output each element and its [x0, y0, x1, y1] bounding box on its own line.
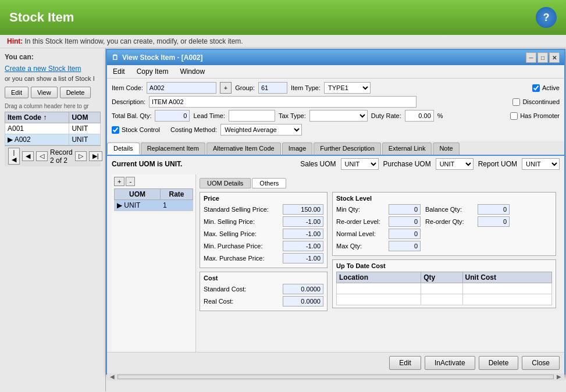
lead-time-input[interactable]	[229, 110, 275, 122]
menu-window[interactable]: Window	[177, 66, 207, 77]
tax-type-select[interactable]	[309, 110, 368, 122]
real-cost-input[interactable]	[283, 296, 323, 307]
standard-cost-input[interactable]	[283, 284, 323, 294]
record-text: Record 2 of 2	[50, 148, 73, 165]
sales-uom-select[interactable]: UNIT	[341, 158, 379, 170]
nav-first-button[interactable]: |◀	[8, 148, 20, 165]
min-qty-input[interactable]	[389, 204, 421, 215]
tab-alternative-item-code[interactable]: Alternative Item Code	[207, 142, 281, 155]
tab-note[interactable]: Note	[433, 142, 459, 155]
max-qty-label: Max Qty:	[336, 243, 389, 250]
stock-control-checkbox[interactable]	[112, 126, 119, 134]
uom-minus-button[interactable]: -	[126, 177, 135, 186]
nav-prev2-button[interactable]: ◁	[36, 151, 48, 161]
uom-row-arrow: ▶ UNIT	[115, 200, 161, 211]
standard-selling-input[interactable]	[283, 204, 323, 215]
uom-add-button[interactable]: +	[114, 177, 124, 186]
balance-qty-label: Balance Qty:	[425, 206, 478, 213]
help-button[interactable]: ?	[536, 7, 557, 28]
reorder-qty-label: Re-order Qty:	[425, 218, 478, 225]
duty-rate-pct: %	[437, 112, 443, 119]
discontinued-label: Discontinued	[522, 98, 560, 105]
cost-section: Cost Standard Cost: Real Cost:	[200, 272, 328, 311]
navigator-bar: |◀ ◀ ◁ Record 2 of 2 ▷ ▶|	[5, 145, 101, 166]
tab-image[interactable]: Image	[282, 142, 313, 155]
scroll-right-arrow[interactable]: ▶	[555, 373, 563, 380]
report-uom-select[interactable]: UNIT	[522, 158, 560, 170]
standard-cost-label: Standard Cost:	[204, 286, 246, 293]
horizontal-scrollbar[interactable]: ◀ ▶	[107, 372, 564, 380]
unit-cost-header: Unit Cost	[462, 272, 551, 283]
real-cost-label: Real Cost:	[204, 298, 233, 305]
footer-close-button[interactable]: Close	[522, 356, 560, 370]
dialog-footer: Edit InActivate Delete Close	[107, 352, 564, 373]
max-selling-input[interactable]	[283, 229, 323, 239]
uom-left-panel: + - UOM Rate ▶ UNIT	[112, 174, 196, 372]
active-checkbox[interactable]	[532, 84, 540, 92]
min-selling-input[interactable]	[283, 216, 323, 227]
inner-tab-uom-details[interactable]: UOM Details	[200, 178, 251, 188]
item-code-label: Item Code:	[112, 84, 143, 91]
description-input[interactable]	[149, 96, 417, 108]
uom-row[interactable]: ▶ UNIT 1	[115, 200, 193, 211]
lead-time-label: Lead Time:	[193, 112, 225, 119]
hint-bar: Hint: In this Stock Item window, you can…	[0, 35, 566, 48]
rate-col-header: Rate	[160, 189, 193, 200]
nav-prev-button[interactable]: ◀	[22, 151, 34, 161]
max-purchase-input[interactable]	[283, 253, 323, 263]
nav-next-button[interactable]: ▷	[75, 151, 87, 161]
sales-uom-label: Sales UOM	[300, 160, 336, 168]
item-code-add-button[interactable]: +	[220, 82, 232, 94]
footer-edit-button[interactable]: Edit	[389, 356, 421, 370]
uom-col-header: UOM	[115, 189, 161, 200]
tab-details[interactable]: Details	[107, 142, 140, 155]
menu-edit[interactable]: Edit	[111, 66, 127, 77]
nav-last-button[interactable]: ▶|	[89, 151, 102, 161]
normal-level-input[interactable]	[389, 229, 421, 239]
tab-external-link[interactable]: External Link	[382, 142, 432, 155]
dialog-close-button[interactable]: ✕	[549, 52, 560, 63]
purchase-uom-select[interactable]: UNIT	[436, 158, 474, 170]
tab-further-description[interactable]: Further Description	[314, 142, 381, 155]
has-promoter-checkbox[interactable]	[510, 112, 518, 120]
discontinued-checkbox[interactable]	[512, 98, 520, 106]
footer-delete-button[interactable]: Delete	[479, 356, 519, 370]
dialog-icon: 🗒	[112, 54, 119, 62]
cost-section-title: Cost	[204, 275, 323, 281]
reorder-qty-input[interactable]	[478, 216, 510, 227]
item-table-row[interactable]: A001UNIT	[5, 123, 101, 134]
view-button[interactable]: View	[31, 87, 58, 98]
costing-method-select[interactable]: Weighted Average	[220, 124, 302, 136]
max-selling-label: Max. Selling Price:	[204, 230, 257, 237]
min-selling-label: Min. Selling Price:	[204, 218, 255, 225]
max-qty-input[interactable]	[389, 241, 421, 251]
reorder-level-input[interactable]	[389, 216, 421, 227]
min-purchase-input[interactable]	[283, 241, 323, 251]
create-stock-item-link[interactable]: Create a new Stock Item	[5, 65, 101, 73]
tab-replacement-item[interactable]: Replacement Item	[141, 142, 205, 155]
item-table-row[interactable]: ▶ A002UNIT	[5, 134, 101, 145]
duty-rate-input[interactable]	[405, 110, 434, 122]
footer-inactivate-button[interactable]: InActivate	[425, 356, 475, 370]
stock-control-label: Stock Control	[122, 126, 160, 133]
balance-qty-input[interactable]	[478, 204, 510, 215]
group-input[interactable]	[258, 82, 287, 94]
menu-copy-item[interactable]: Copy Item	[134, 66, 171, 77]
drag-hint: Drag a column header here to gr	[5, 103, 101, 109]
cost-table-row	[337, 283, 552, 294]
price-section-title: Price	[204, 195, 323, 202]
up-to-date-cost-title: Up To Date Cost	[336, 262, 552, 269]
item-type-select[interactable]: TYPE1	[324, 82, 371, 94]
dialog-maximize-button[interactable]: □	[537, 52, 548, 63]
uom-row-rate: 1	[160, 200, 193, 211]
uom-right-panel: UOM Details Others Price Standard Sellin…	[196, 174, 560, 372]
total-bal-input[interactable]	[155, 110, 190, 122]
item-code-input[interactable]	[147, 82, 216, 94]
hint-label: Hint:	[7, 37, 23, 45]
standard-selling-label: Standard Selling Price:	[204, 206, 269, 213]
dialog-minimize-button[interactable]: ─	[526, 52, 536, 63]
inner-tab-others[interactable]: Others	[252, 178, 286, 188]
edit-button[interactable]: Edit	[5, 87, 29, 98]
scroll-left-arrow[interactable]: ◀	[108, 373, 116, 380]
delete-button[interactable]: Delete	[60, 87, 91, 98]
